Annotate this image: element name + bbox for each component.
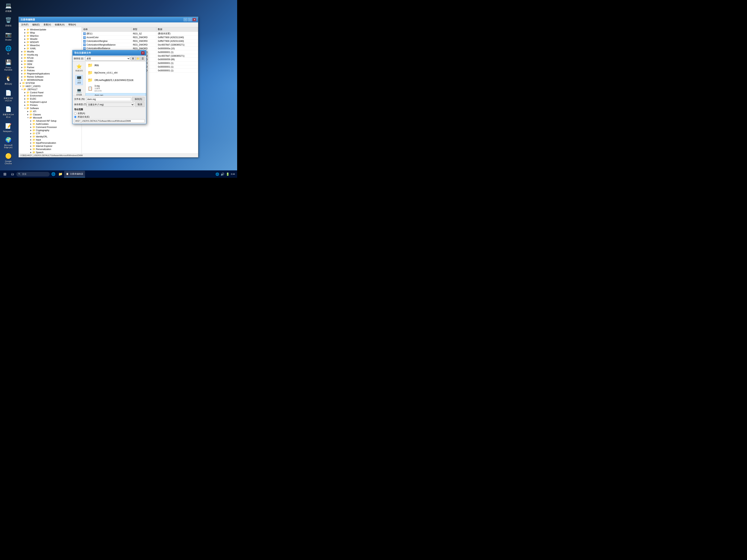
reg-value-cell: 0xc40078d7 (3288365271): [156, 54, 198, 58]
menu-file[interactable]: 文件(F): [20, 23, 30, 27]
taskbar-registry-app[interactable]: 📋 注册表编辑器: [64, 171, 85, 178]
tree-item[interactable]: ▶📁 WlanSvc: [19, 34, 81, 37]
file-item-mychrome[interactable]: 📁 MyChrome_v3.8.1_x64: [85, 69, 146, 77]
desktop-icon-label: Primo Ramdisk: [2, 66, 15, 71]
tree-item[interactable]: ▶📁 Command Processor: [19, 126, 81, 129]
minimize-button[interactable]: ─: [184, 18, 187, 21]
taskbar-ie-icon[interactable]: 🌐: [50, 171, 57, 178]
desktop-icon-new-txt[interactable]: 📄 新建文文档cn(2).txt: [2, 89, 15, 102]
taskbar: ⊞ 🗂 🔍 搜索 🌐 📁 📋 注册表编辑器 🌐 🔊 🔋 0:44: [0, 170, 237, 178]
desktop-icon-label: Google Chrome: [2, 160, 15, 165]
desktop-icon-qq[interactable]: 🐧 腾讯QQ: [2, 75, 15, 85]
tree-label: Control Panel: [30, 91, 44, 94]
tree-item[interactable]: ▶📁 WwanSvc: [19, 44, 81, 47]
desktop-icon-primo[interactable]: 💾 Primo Ramdisk: [2, 58, 15, 71]
radio-selected[interactable]: [74, 116, 77, 118]
taskbar-explorer-icon[interactable]: 📁: [57, 171, 64, 178]
tree-item[interactable]: ▶📁 Wow64: [19, 37, 81, 41]
tree-item[interactable]: ▶📁 Speech: [19, 151, 81, 154]
dialog-file-list[interactable]: 📁 网络 📁 MyChrome_v3.8.1_x64 📁 OffLineReg微…: [85, 62, 146, 96]
tree-label: WOW6432Node: [27, 79, 43, 81]
dialog-close-button[interactable]: ✕: [141, 51, 145, 55]
toolbar-new-folder-button[interactable]: 📁: [136, 56, 140, 61]
file-item-offlineReg[interactable]: 📁 OffLineReg微线导入添加DWM示范实例: [85, 77, 146, 84]
tree-item[interactable]: ▶📁 WSDAPI: [19, 41, 81, 44]
maximize-button[interactable]: □: [188, 18, 192, 21]
sidebar-desktop[interactable]: 🖥️ 桌面: [75, 75, 83, 85]
desktop-icon-label: Notepad+...: [3, 130, 14, 132]
taskbar-search[interactable]: 🔍 搜索: [16, 172, 50, 177]
table-row[interactable]: abColorizationBlurBalance REG_DWORD 0x00…: [82, 47, 198, 50]
tree-item[interactable]: ▶📁 Input: [19, 138, 81, 141]
tree-item[interactable]: ▶📁 InputPersonalization: [19, 141, 81, 144]
toolbar-view-button[interactable]: ☰: [140, 56, 145, 61]
tree-label: Keyboard Layout: [30, 101, 47, 103]
desktop-icon-shutter[interactable]: 📷 Shutter: [2, 31, 15, 41]
table-row[interactable]: abAccentColor REG_DWORD 0xfffd77800 (429…: [82, 36, 198, 39]
radio-all-label: 全部(A): [78, 112, 85, 115]
task-view-button[interactable]: 🗂: [9, 171, 16, 178]
tree-label: AuthCookies: [36, 123, 49, 125]
tree-label: WlanSvc: [30, 35, 39, 37]
reg-value-cell: 0x00000001 (1): [156, 61, 198, 65]
status-text: 计算机\HKEY_USERS\.DEFAULT\Software\Microso…: [20, 154, 83, 157]
menu-view[interactable]: 查看(V): [42, 23, 52, 27]
desktop-icon-new-txt2[interactable]: 📄 新建文本文wi档.txt: [2, 105, 15, 118]
toolbar-up-button[interactable]: ⬆: [131, 56, 135, 61]
radio-all[interactable]: [74, 112, 77, 115]
menu-favorites[interactable]: 收藏夹(A): [53, 23, 66, 27]
tree-item[interactable]: ▶📁 XAML: [19, 47, 81, 50]
file-item-3reg[interactable]: 📋 3.reg 注册表974 字节: [85, 84, 146, 93]
menu-help[interactable]: 帮助(H): [67, 23, 77, 27]
file-item-dwmreg[interactable]: 📋 dwm.reg 注册表566 字节: [85, 93, 146, 96]
filename-input[interactable]: [86, 98, 131, 101]
tree-item[interactable]: ▶📁 IdentityCRL: [19, 135, 81, 138]
registry-window-title: 注册表编辑器: [21, 18, 35, 21]
reg-value-cell: 0x00000001 (1): [156, 65, 198, 69]
table-row[interactable]: abColorizationAfterglow REG_DWORD 0xfffd…: [82, 39, 198, 43]
reg-name-cell: abColorizationBlurBalance: [82, 47, 131, 50]
file-name: MyChrome_v3.8.1_x64: [95, 72, 118, 74]
desktop-icon-this-pc[interactable]: 💻 此电脑: [2, 2, 15, 12]
tree-item[interactable]: ▶📁 Personalization: [19, 148, 81, 151]
file-item-network[interactable]: 📁 网络: [85, 62, 146, 69]
tree-label: Partner: [27, 66, 34, 69]
tree-item[interactable]: ▶📁 Wisp: [19, 31, 81, 34]
sidebar-label: 快速访问: [75, 70, 83, 72]
notepad-icon: 📝: [5, 122, 12, 130]
sidebar-quick-access[interactable]: ⭐ 快速访问: [75, 63, 83, 73]
tree-item[interactable]: ▶📁 Cryptography: [19, 129, 81, 132]
tree-label: Policies: [27, 69, 35, 72]
menu-edit[interactable]: 编辑(E): [31, 23, 41, 27]
table-row[interactable]: ab(默认) REG_SZ (数值未设置): [82, 32, 198, 36]
reg-entry-icon: ab: [83, 36, 86, 39]
table-row[interactable]: abColorizationAfterglowBalance REG_DWORD…: [82, 43, 198, 47]
sidebar-this-pc[interactable]: 💻 此电脑: [76, 87, 83, 96]
save-button[interactable]: 保存(S): [132, 97, 145, 102]
reg-name-cell: abAccentColor: [82, 36, 131, 39]
col-header-value: 数据: [156, 27, 198, 32]
desktop-icon-chrome[interactable]: 🟡 Google Chrome: [2, 152, 15, 165]
desktop-icon-ie[interactable]: 🌐 IE: [2, 45, 15, 55]
dialog-titlebar: 导出注册表文件 ✕: [73, 50, 146, 56]
cancel-button[interactable]: 取消: [135, 102, 145, 107]
desktop-icon-recycle-bin[interactable]: 🗑️ 回收站: [2, 16, 15, 27]
desktop-icon-edge[interactable]: 🌍 Microsoft Edge.ps1: [2, 136, 15, 149]
filetype-select[interactable]: 注册文件 (*.reg): [86, 103, 134, 107]
tree-item[interactable]: ▶📁 Internet Explorer: [19, 144, 81, 148]
reg-type-cell: REG_DWORD: [131, 47, 156, 50]
reg-value-cell: 0xc40078d7 (3288365271): [156, 43, 198, 47]
save-location-select[interactable]: 桌面: [85, 56, 130, 60]
close-button[interactable]: ✕: [192, 18, 196, 21]
tree-label: Environment: [30, 95, 43, 97]
file-name: 3.reg: [95, 85, 102, 87]
desktop-icon-label: Microsoft Edge.ps1: [2, 144, 15, 149]
desktop-icon-notepad[interactable]: 📝 Notepad+...: [2, 122, 15, 132]
desktop-icon-label: IE: [7, 53, 9, 55]
tree-item[interactable]: ▶📁 WindowsUpdate: [19, 28, 81, 31]
clock-time: 0:44: [231, 173, 235, 175]
export-path-input[interactable]: [74, 119, 145, 123]
tree-item[interactable]: ▶📁 CTF: [19, 132, 81, 135]
start-button[interactable]: ⊞: [1, 170, 9, 178]
dialog-bottom: 文件名 (N): 保存(S) 保存类型 (T): 注册文件 (*.reg) 取消…: [73, 96, 146, 124]
